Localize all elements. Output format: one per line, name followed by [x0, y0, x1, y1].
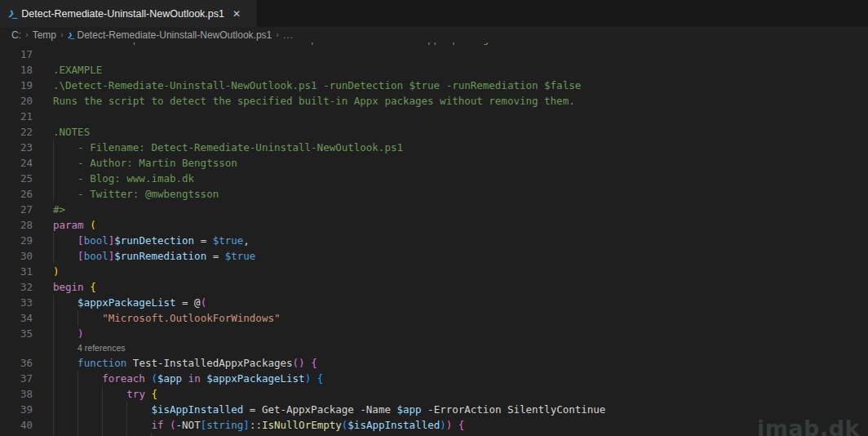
line-number[interactable]: 31: [0, 264, 33, 279]
code-line[interactable]: 30[bool]$runRemediation = $true: [0, 248, 868, 264]
line-number[interactable]: 30: [0, 248, 33, 264]
code-token: - Author: Martin Bengtsson: [78, 155, 237, 171]
tab-active-file[interactable]: ❯_ Detect-Remediate-Uninstall-NewOutlook…: [0, 0, 258, 27]
indent-guide: [78, 310, 102, 326]
indent-guide: [78, 402, 102, 417]
code-line[interactable]: 23- Filename: Detect-Remediate-Uninstall…: [0, 140, 868, 155]
line-number[interactable]: 25: [0, 171, 33, 186]
line-number[interactable]: 27: [0, 202, 33, 217]
code-line[interactable]: 29[bool]$runDetection = $true,: [0, 233, 868, 248]
code-line[interactable]: 24- Author: Martin Bengtsson: [0, 155, 868, 171]
indent-guide: [78, 433, 102, 436]
code-token: $isAppInstalled: [348, 433, 440, 436]
indent-guide: [126, 417, 151, 433]
code-line[interactable]: 36function Test-InstalledAppxPackages() …: [0, 355, 868, 371]
line-number[interactable]: 41: [0, 433, 33, 436]
code-token: [311, 371, 317, 386]
indent-guide: [126, 433, 151, 436]
vscode-window: ❯_ Detect-Remediate-Uninstall-NewOutlook…: [0, 0, 868, 436]
line-number[interactable]: 24: [0, 155, 33, 171]
code-area: Runs the script to detect and remove the…: [0, 42, 868, 436]
line-number[interactable]: 22: [0, 124, 33, 140]
code-line[interactable]: 18.EXAMPLE: [0, 62, 868, 78]
code-line[interactable]: 25- Blog: www.imab.dk: [0, 171, 868, 186]
code-line[interactable]: 19.\Detect-Remediate-Uninstall-NewOutloo…: [0, 78, 868, 93]
indent-guide: [53, 186, 78, 202]
line-number[interactable]: 38: [0, 386, 33, 402]
code-line[interactable]: 41if ([string]::IsNullOrEmpty($isAppInst…: [0, 433, 868, 436]
line-number[interactable]: 35: [0, 326, 33, 341]
code-token: .EXAMPLE: [53, 62, 102, 78]
breadcrumb-file[interactable]: Detect-Remediate-Uninstall-NewOutlook.ps…: [78, 29, 272, 41]
line-number[interactable]: 19: [0, 78, 33, 93]
code-token: $runDetection: [114, 233, 194, 248]
code-line-content: "Microsoft.OutlookForWindows": [53, 310, 280, 326]
line-number[interactable]: 18: [0, 62, 33, 78]
code-line-content: 4 references: [53, 341, 125, 355]
code-line[interactable]: 39$isAppInstalled = Get-AppxPackage -Nam…: [0, 402, 868, 417]
codelens-row[interactable]: 4 references: [0, 341, 868, 355]
code-line-content: $appxPackageList = @(: [53, 295, 206, 310]
line-number[interactable]: [0, 341, 33, 355]
code-line[interactable]: 26- Twitter: @mwbengtsson: [0, 186, 868, 202]
codelens-references-link[interactable]: 4 references: [78, 341, 125, 355]
code-line[interactable]: 27#>: [0, 202, 868, 217]
code-line[interactable]: 31): [0, 264, 868, 279]
code-token: =: [194, 233, 213, 248]
code-line-content: if (-NOT[string]::IsNullOrEmpty($isAppIn…: [53, 417, 464, 433]
breadcrumb-folder[interactable]: Temp: [33, 29, 56, 41]
code-token: [164, 417, 170, 433]
code-token: =: [206, 248, 225, 264]
code-token: = Get-AppxPackage -Name: [243, 402, 396, 417]
code-line[interactable]: 17: [0, 47, 868, 62]
code-line-content: [bool]$runDetection = $true,: [53, 233, 250, 248]
code-token: $app: [157, 371, 182, 386]
indent-guide: [53, 248, 78, 264]
indent-guide: [53, 326, 78, 341]
code-token: (: [342, 433, 348, 436]
line-number[interactable]: 29: [0, 233, 33, 248]
code-line[interactable]: 32begin {: [0, 279, 868, 295]
line-number[interactable]: 40: [0, 417, 33, 433]
code-editor[interactable]: Runs the script to detect and remove the…: [0, 42, 868, 436]
code-line-content: param (: [53, 217, 96, 233]
code-line[interactable]: 28param (: [0, 217, 868, 233]
line-number[interactable]: 26: [0, 186, 33, 202]
code-line[interactable]: 34"Microsoft.OutlookForWindows": [0, 310, 868, 326]
line-number[interactable]: 17: [0, 47, 33, 62]
code-line-content: - Author: Martin Bengtsson: [53, 155, 237, 171]
line-number[interactable]: 28: [0, 217, 33, 233]
code-line[interactable]: 35): [0, 326, 868, 341]
line-number[interactable]: 34: [0, 310, 33, 326]
breadcrumb-drive[interactable]: C:: [11, 29, 21, 41]
code-token: (: [170, 417, 176, 433]
indent-guide: [126, 402, 151, 417]
code-line[interactable]: 38try {: [0, 386, 868, 402]
close-icon[interactable]: ✕: [230, 7, 243, 21]
code-line-content: try {: [53, 386, 157, 402]
line-number[interactable]: 20: [0, 93, 33, 109]
line-number[interactable]: 33: [0, 295, 33, 310]
line-number[interactable]: 36: [0, 355, 33, 371]
code-line[interactable]: 37foreach ($app in $appxPackageList) {: [0, 371, 868, 386]
line-number[interactable]: 37: [0, 371, 33, 386]
code-line[interactable]: 33$appxPackageList = @(: [0, 295, 868, 310]
line-number[interactable]: 21: [0, 109, 33, 124]
line-number[interactable]: 32: [0, 279, 33, 295]
chevron-right-icon: ›: [60, 29, 64, 39]
code-token: [145, 386, 152, 402]
code-token: in: [188, 371, 201, 386]
line-number[interactable]: 39: [0, 402, 33, 417]
code-token: {: [317, 371, 324, 386]
code-token: ): [446, 417, 453, 433]
code-line[interactable]: 22.NOTES: [0, 124, 868, 140]
code-token: [: [78, 233, 84, 248]
code-line[interactable]: 40if (-NOT[string]::IsNullOrEmpty($isApp…: [0, 417, 868, 433]
indent-guide: [78, 386, 102, 402]
code-token: ): [305, 371, 312, 386]
code-line[interactable]: 21: [0, 109, 868, 124]
line-number[interactable]: 23: [0, 140, 33, 155]
code-line[interactable]: 20Runs the script to detect the specifie…: [0, 93, 868, 109]
breadcrumb-symbol-more[interactable]: ...: [283, 29, 294, 41]
code-token: {: [90, 279, 96, 295]
